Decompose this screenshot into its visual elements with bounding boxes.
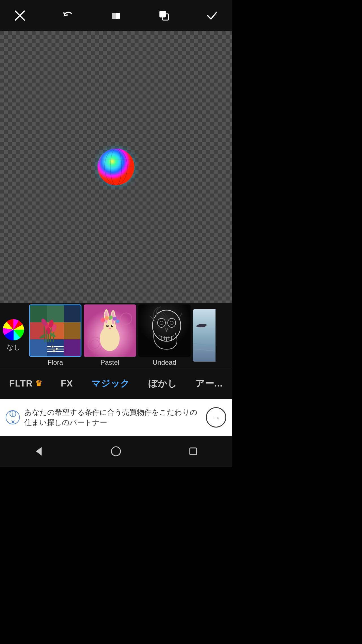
crown-icon: ♛ xyxy=(35,379,42,388)
svg-rect-17 xyxy=(64,305,81,322)
system-nav-bar xyxy=(0,436,232,467)
tab-fltr[interactable]: FLTR ♛ xyxy=(9,378,42,389)
svg-point-53 xyxy=(109,315,113,319)
globe-sticker[interactable] xyxy=(98,149,134,185)
tab-fx-label: FX xyxy=(61,378,73,389)
undo-button[interactable] xyxy=(59,7,76,24)
svg-rect-20 xyxy=(64,322,81,339)
filter-wi[interactable] xyxy=(193,309,216,362)
svg-point-59 xyxy=(158,318,165,327)
filter-undead-thumb xyxy=(138,304,191,357)
svg-point-48 xyxy=(107,325,108,326)
svg-rect-16 xyxy=(47,305,64,322)
filter-flora[interactable]: Flora xyxy=(29,304,81,366)
tab-blur-label: ぼかし xyxy=(148,377,177,390)
filter-strip: なし xyxy=(0,303,232,368)
tab-bar: FLTR ♛ FX マジック ぼかし アー... xyxy=(0,368,232,399)
svg-marker-76 xyxy=(36,447,42,456)
svg-rect-73 xyxy=(193,309,216,362)
svg-point-54 xyxy=(113,317,117,321)
ad-info-badge[interactable]: ⓘ ✕ xyxy=(6,410,20,424)
tab-fltr-label: FLTR xyxy=(9,378,33,389)
filter-pastel-label: Pastel xyxy=(100,359,119,366)
svg-point-52 xyxy=(105,316,109,320)
filter-pastel-thumb xyxy=(84,304,136,357)
close-button[interactable] xyxy=(11,7,28,24)
eraser-button[interactable] xyxy=(107,7,124,24)
filter-pastel[interactable]: Pastel xyxy=(84,304,136,366)
none-globe-icon xyxy=(3,319,24,340)
nav-recent-button[interactable] xyxy=(185,443,202,460)
tab-art[interactable]: アー... xyxy=(195,377,223,390)
filter-none-label: なし xyxy=(7,343,21,352)
tab-art-label: アー... xyxy=(195,377,223,390)
svg-point-50 xyxy=(109,328,111,329)
filter-undead[interactable]: Undead xyxy=(138,304,191,366)
confirm-button[interactable] xyxy=(204,7,221,24)
nav-back-button[interactable] xyxy=(30,443,47,460)
ad-arrow-icon: → xyxy=(211,412,221,423)
svg-point-49 xyxy=(112,325,113,326)
svg-point-77 xyxy=(111,447,120,456)
filter-undead-label: Undead xyxy=(152,359,176,366)
svg-rect-78 xyxy=(190,448,197,455)
svg-line-31 xyxy=(44,326,45,342)
svg-point-60 xyxy=(168,318,176,327)
svg-point-13 xyxy=(98,149,134,185)
svg-point-46 xyxy=(106,325,109,327)
svg-point-9 xyxy=(110,149,122,185)
nav-home-button[interactable] xyxy=(107,443,124,460)
canvas-area xyxy=(0,31,232,303)
filter-flora-thumb xyxy=(29,304,81,357)
svg-point-47 xyxy=(111,325,113,327)
svg-point-51 xyxy=(101,318,105,322)
svg-point-7 xyxy=(98,149,134,185)
filter-settings-overlay xyxy=(47,346,64,352)
svg-point-6 xyxy=(98,149,134,185)
tab-fx[interactable]: FX xyxy=(61,378,73,389)
ad-text: あなたの希望する条件に合う売買物件をこだわりの住まい探しのパートナー xyxy=(24,407,201,428)
top-toolbar xyxy=(0,0,232,31)
svg-point-8 xyxy=(105,149,127,185)
filter-none[interactable]: なし xyxy=(3,319,24,352)
layers-button[interactable] xyxy=(156,7,173,24)
tab-magic-label: マジック xyxy=(91,377,130,390)
svg-rect-3 xyxy=(112,13,116,19)
ad-arrow-button[interactable]: → xyxy=(206,407,226,428)
ad-banner[interactable]: ⓘ ✕ あなたの希望する条件に合う売買物件をこだわりの住まい探しのパートナー → xyxy=(0,399,232,436)
tab-blur[interactable]: ぼかし xyxy=(148,377,177,390)
svg-point-55 xyxy=(116,320,119,323)
svg-rect-23 xyxy=(64,339,81,357)
tab-magic[interactable]: マジック xyxy=(91,377,130,390)
ad-close-icon[interactable]: ✕ xyxy=(11,419,15,425)
filter-flora-label: Flora xyxy=(48,359,63,366)
info-icon: ⓘ xyxy=(9,409,16,418)
filter-wi-thumb xyxy=(193,309,216,362)
